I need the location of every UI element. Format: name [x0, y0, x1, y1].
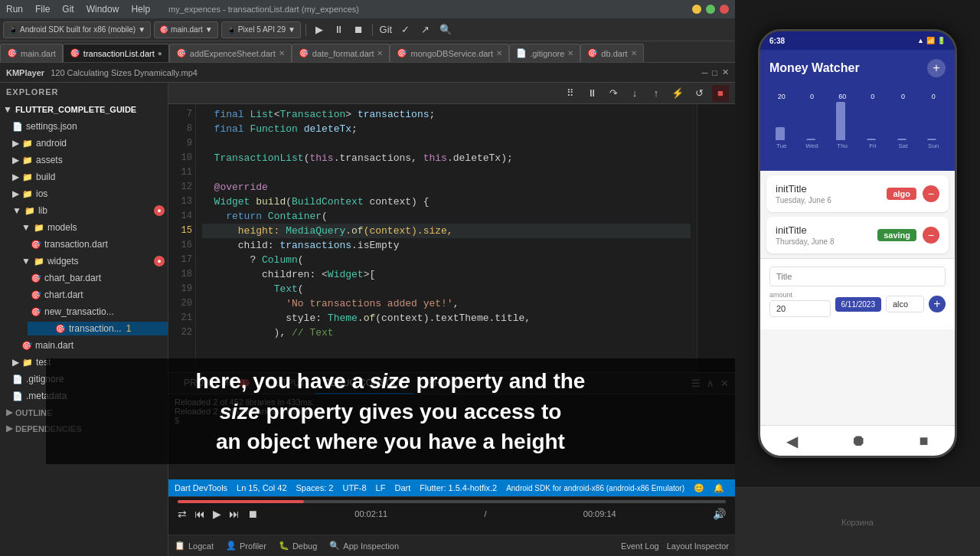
- volume-icon[interactable]: 🔊: [713, 508, 726, 520]
- tab-close-icon3[interactable]: ✕: [377, 49, 383, 57]
- sdk-selector[interactable]: 📱 Android SDK built for x86 (mobile) ▼: [3, 21, 151, 38]
- video-restore-icon[interactable]: □: [712, 68, 717, 77]
- tab-date-format[interactable]: 🎯 date_format.dart ✕: [292, 44, 390, 62]
- stop-btn[interactable]: ⏹: [351, 21, 368, 38]
- next-btn[interactable]: ⏭: [229, 508, 240, 520]
- build-folder[interactable]: ▶ 📁 build: [0, 168, 168, 185]
- android-folder[interactable]: ▶ 📁 android: [0, 135, 168, 152]
- lib-folder[interactable]: ▼ 📁 lib ●: [0, 202, 168, 219]
- main-dart-sidebar[interactable]: 🎯 main.dart: [0, 337, 168, 354]
- stop-debug-icon[interactable]: ■: [712, 85, 729, 102]
- new-transaction-dart[interactable]: 🎯 new_transactio...: [0, 303, 168, 320]
- tx-delete-btn-2[interactable]: −: [923, 227, 939, 244]
- assets-expand-icon: ▶: [12, 155, 19, 165]
- form-add-button[interactable]: +: [929, 296, 946, 312]
- title-input[interactable]: [769, 267, 946, 286]
- prev-btn[interactable]: ⏮: [194, 508, 205, 520]
- dart-devtools[interactable]: Dart DevTools: [175, 483, 227, 492]
- app-inspection-btn[interactable]: 🔍 App Inspection: [329, 541, 399, 551]
- restart-icon[interactable]: ⚡: [669, 85, 686, 102]
- step-over-icon[interactable]: ↷: [605, 85, 622, 102]
- check-icon[interactable]: ✓: [397, 21, 414, 38]
- tab-close-icon[interactable]: ●: [158, 49, 162, 57]
- code-line-8: final Function deleteTx;: [202, 122, 691, 136]
- video-controls: ⇄ ⏮ ▶ ⏭ ⏹ 00:02:11 / 00:09:14 🔊: [168, 496, 735, 535]
- tx-list-label: transaction...: [69, 323, 122, 334]
- thu-value: 60: [838, 93, 846, 100]
- back-nav-btn[interactable]: ◀: [786, 432, 798, 450]
- logcat-btn[interactable]: 📋 Logcat: [175, 541, 214, 551]
- tab-add-expense[interactable]: 🎯 addExpenceSheet.dart ✕: [169, 44, 292, 62]
- stop-btn2[interactable]: ⏹: [247, 508, 258, 520]
- maximize-btn[interactable]: [706, 5, 715, 14]
- project-root[interactable]: ▼ FLUTTER_COMPLETE_GUIDE: [0, 101, 168, 118]
- menu-file[interactable]: File: [35, 4, 50, 15]
- assets-folder[interactable]: ▶ 📁 assets: [0, 152, 168, 168]
- debug-btn[interactable]: 🐛 Debug: [279, 541, 317, 551]
- pause-code-icon[interactable]: ⏸: [583, 85, 600, 102]
- tab-mongodb[interactable]: 🎯 mongoDBService.dart ✕: [390, 44, 509, 62]
- play-btn[interactable]: ▶: [213, 508, 221, 520]
- models-folder[interactable]: ▼ 📁 models: [0, 219, 168, 236]
- date-field[interactable]: 6/11/2023: [835, 297, 882, 312]
- tab-close-icon2[interactable]: ✕: [279, 49, 285, 57]
- chart-dart[interactable]: 🎯 chart.dart: [0, 286, 168, 303]
- transactions-list: initTitle Tuesday, June 6 algo − initTit…: [760, 171, 955, 425]
- menu-run[interactable]: Run: [6, 4, 23, 15]
- tab-close-icon6[interactable]: ✕: [631, 49, 637, 57]
- tab-close-icon5[interactable]: ✕: [567, 49, 573, 57]
- video-title: 120 Calculating Sizes Dynamically.mp4: [51, 68, 198, 77]
- code-content[interactable]: final List<Transaction> transactions; fi…: [196, 104, 697, 372]
- search-code-icon[interactable]: 🔍: [437, 21, 454, 38]
- arrow-icon[interactable]: ↗: [417, 21, 434, 38]
- widgets-folder[interactable]: ▼ 📁 widgets ●: [0, 253, 168, 270]
- step-out-icon[interactable]: ↑: [648, 85, 665, 102]
- app-add-button[interactable]: +: [927, 59, 946, 77]
- sep2: [372, 24, 373, 36]
- transaction-dart[interactable]: 🎯 transaction.dart: [0, 236, 168, 253]
- tab-transaction-list[interactable]: 🎯 transactionList.dart ●: [63, 44, 169, 62]
- menu-git[interactable]: Git: [62, 4, 74, 15]
- tab-gitignore[interactable]: 📄 .gitignore ✕: [509, 44, 580, 62]
- step-into-icon[interactable]: ↓: [626, 85, 643, 102]
- tx-delete-btn-1[interactable]: −: [923, 185, 939, 202]
- event-log-btn[interactable]: Event Log: [621, 541, 659, 551]
- minimize-btn[interactable]: [692, 5, 701, 14]
- ios-folder[interactable]: ▶ 📁 ios: [0, 185, 168, 202]
- category-dropdown[interactable]: alco: [886, 296, 924, 312]
- models-folder-icon: 📁: [34, 223, 44, 233]
- menu-window[interactable]: Window: [87, 4, 119, 15]
- settings-label: settings.json: [26, 121, 77, 132]
- fri-bar-container: [867, 102, 879, 140]
- transaction-list-dart[interactable]: 🎯 transaction... 1: [0, 320, 168, 337]
- new-tx-icon: 🎯: [31, 307, 41, 317]
- run-btn[interactable]: ▶: [311, 21, 328, 38]
- reload-icon[interactable]: ↺: [691, 85, 707, 102]
- menu-help[interactable]: Help: [131, 4, 150, 15]
- progress-bar[interactable]: [178, 500, 726, 503]
- profiler-btn[interactable]: 👤 Profiler: [226, 541, 266, 551]
- recent-nav-btn[interactable]: ■: [919, 432, 928, 450]
- tab-db[interactable]: 🎯 db.dart ✕: [580, 44, 643, 62]
- code-line-11: [202, 165, 691, 180]
- settings-item[interactable]: 📄 settings.json: [0, 118, 168, 135]
- git-icon[interactable]: Git: [377, 21, 394, 38]
- amount-box[interactable]: 20: [769, 300, 831, 317]
- tab-main-dart[interactable]: 🎯 main.dart: [0, 44, 63, 62]
- code-editor[interactable]: 7 8 9 10 11 12 13 14 15 16 17 18 19 20 2…: [168, 104, 735, 372]
- home-nav-btn[interactable]: ⏺: [851, 432, 866, 450]
- split-icon[interactable]: ⠿: [562, 85, 579, 102]
- lib-label: lib: [38, 205, 47, 216]
- layout-inspector-btn[interactable]: Layout Inspector: [667, 541, 729, 551]
- tab-close-icon4[interactable]: ✕: [496, 49, 502, 57]
- tx-date-1: Tuesday, June 6: [776, 196, 887, 204]
- shuffle-btn[interactable]: ⇄: [178, 508, 187, 520]
- main-dart-selector[interactable]: 🎯 main.dart ▼: [154, 21, 218, 38]
- pause-btn[interactable]: ⏸: [331, 21, 348, 38]
- chart-bar-dart[interactable]: 🎯 chart_bar.dart: [0, 270, 168, 286]
- video-close-icon[interactable]: ✕: [722, 67, 729, 77]
- devtools-label: Dart DevTools: [175, 483, 227, 492]
- close-btn[interactable]: [720, 5, 729, 14]
- video-min-icon[interactable]: ─: [702, 68, 708, 77]
- device-selector[interactable]: 📱 Pixel 5 API 29 ▼: [221, 21, 301, 38]
